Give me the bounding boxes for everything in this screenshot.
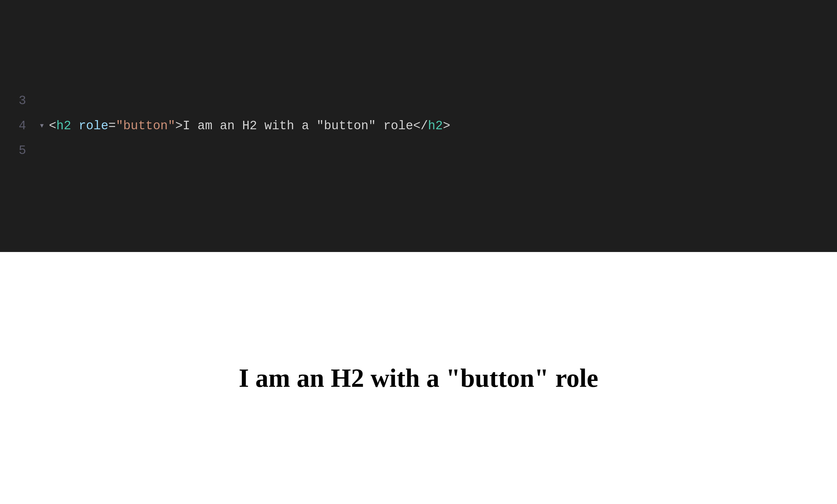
preview-heading: I am an H2 with a "button" role [238, 363, 598, 393]
line-number-5: 5 [0, 141, 39, 161]
code-line-5: 5 [0, 138, 837, 164]
token-inner-text: I am an H2 with a "button" role [183, 116, 413, 136]
preview-panel: I am an H2 with a "button" role [0, 252, 837, 504]
code-panel: 3 4 ▾ <h2 role="button">I am an H2 with … [0, 0, 837, 252]
line-number-3: 3 [0, 91, 39, 111]
token-open-bracket: < [49, 116, 56, 136]
code-lines: 3 4 ▾ <h2 role="button">I am an H2 with … [0, 89, 837, 164]
token-attr-role-name: role [78, 116, 108, 136]
token-close-tag-name: h2 [428, 116, 443, 136]
token-space1 [71, 116, 78, 136]
line-arrow-4: ▾ [39, 119, 49, 133]
line-number-4: 4 [0, 116, 39, 136]
line-content-4: <h2 role="button">I am an H2 with a "but… [49, 116, 450, 136]
token-attr-role-value: "button" [116, 116, 175, 136]
token-close-tag-open: </ [413, 116, 428, 136]
token-equals: = [108, 116, 116, 136]
code-line-3: 3 [0, 89, 837, 114]
token-close-tag-bracket: > [443, 116, 450, 136]
code-line-4: 4 ▾ <h2 role="button">I am an H2 with a … [0, 114, 837, 139]
token-tag-h2: h2 [56, 116, 71, 136]
token-close-bracket: > [175, 116, 183, 136]
